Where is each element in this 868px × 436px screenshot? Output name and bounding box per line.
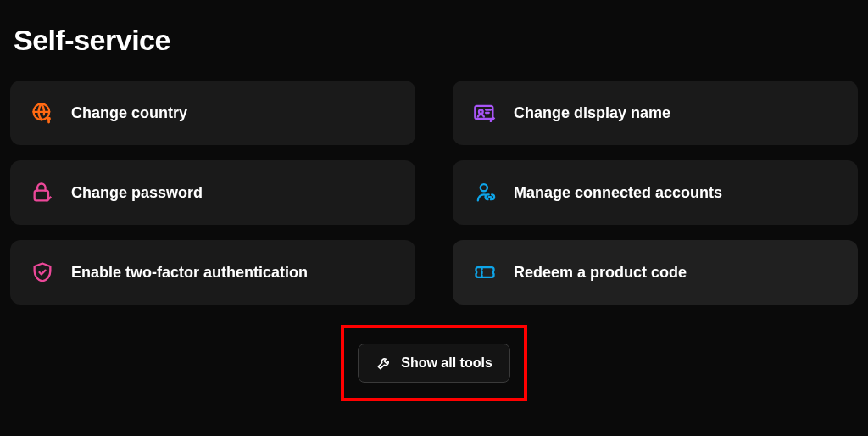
self-service-grid: Change country Change display name xyxy=(10,81,858,305)
card-label: Redeem a product code xyxy=(514,264,687,282)
svg-point-3 xyxy=(479,110,483,115)
card-manage-connected-accounts[interactable]: Manage connected accounts xyxy=(453,160,858,225)
card-label: Change display name xyxy=(514,104,670,122)
page-title: Self-service xyxy=(10,24,858,57)
ticket-icon xyxy=(473,260,497,284)
card-change-country[interactable]: Change country xyxy=(10,81,415,145)
highlight-annotation: Show all tools xyxy=(341,325,527,401)
card-change-display-name[interactable]: Change display name xyxy=(453,81,858,145)
globe-pin-icon xyxy=(31,101,54,125)
card-label: Manage connected accounts xyxy=(514,184,722,202)
card-enable-2fa[interactable]: Enable two-factor authentication xyxy=(10,240,415,305)
card-label: Change country xyxy=(71,104,187,122)
show-all-label: Show all tools xyxy=(401,355,492,371)
show-all-tools-button[interactable]: Show all tools xyxy=(358,344,510,383)
wrench-icon xyxy=(376,355,392,372)
footer: Show all tools xyxy=(10,325,858,401)
lock-edit-icon xyxy=(31,181,54,204)
shield-check-icon xyxy=(31,260,54,284)
card-label: Enable two-factor authentication xyxy=(71,264,308,282)
card-change-password[interactable]: Change password xyxy=(10,160,415,225)
id-card-edit-icon xyxy=(473,101,497,125)
card-redeem-code[interactable]: Redeem a product code xyxy=(453,240,858,305)
card-label: Change password xyxy=(71,184,203,202)
user-link-icon xyxy=(473,181,497,204)
svg-rect-4 xyxy=(35,191,48,201)
svg-point-5 xyxy=(481,184,487,191)
